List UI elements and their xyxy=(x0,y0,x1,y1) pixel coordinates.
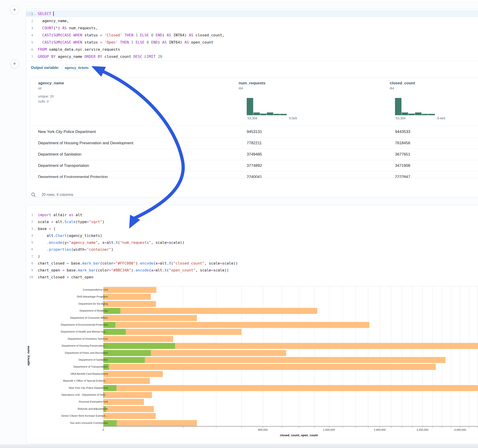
table-row[interactable]: Department of Housing Preservation and D… xyxy=(30,137,478,149)
table-cell: 3774892 xyxy=(247,163,262,168)
column-meta: unique: 20 nulls: 0 xyxy=(38,94,236,104)
sql-code-editor[interactable]: 1⌄SELECT 2 agency_name,3 COUNT(*) AS num… xyxy=(26,9,478,60)
gridline xyxy=(299,286,299,426)
y-axis-label: Department of Homeless Services xyxy=(32,337,108,340)
histogram-bar xyxy=(280,114,287,115)
open_count-bar xyxy=(103,343,175,349)
code-line-6[interactable]: 6FROM sample_data.nyc.service_requests xyxy=(26,46,478,53)
closed_count-bar xyxy=(103,287,156,293)
bar-row-12 xyxy=(103,371,478,377)
table-cell: 7782211 xyxy=(247,141,262,145)
x-axis-tick xyxy=(343,427,343,428)
closed_count-bar xyxy=(103,413,156,419)
code-line-2[interactable]: 2 agency_name, xyxy=(26,17,478,25)
line-number: 3 xyxy=(26,26,33,30)
closed_count-bar xyxy=(103,385,478,391)
closed_count-bar xyxy=(103,406,154,412)
line-number: 2 xyxy=(26,19,33,23)
closed_count-bar xyxy=(103,294,151,300)
y-axis-tick xyxy=(102,318,103,318)
column-header-closed-count: closed_count i64 53,3049.4e6 xyxy=(390,78,478,90)
code-line-5[interactable]: 5 CAST(SUM(CASE WHEN status = 'Open' THE… xyxy=(26,39,478,46)
bar-row-4 xyxy=(103,315,478,321)
x-axis-tick xyxy=(451,427,451,428)
histogram-bar xyxy=(253,112,260,115)
y-axis-label: Department of Consumer Affairs xyxy=(32,316,108,319)
table-cell: 2240041 xyxy=(247,175,262,178)
y-axis-label: Department for the Aging xyxy=(32,302,108,305)
bar-row-19 xyxy=(103,420,478,426)
altair-bar-chart: agency_name 0800,0001,600,0002,400,0003,… xyxy=(26,205,478,444)
x-axis-tick xyxy=(412,427,413,428)
code-text: GROUP BY agency_name ORDER BY closed_cou… xyxy=(37,54,162,59)
column-header-agency-name: agency_name str unique: 20 nulls: 0 xyxy=(38,78,236,104)
y-axis-tick xyxy=(102,304,103,304)
closed_count-bar xyxy=(103,420,197,426)
y-axis-tick xyxy=(102,332,103,332)
y-axis-label: Taxi and Limousine Commission xyxy=(32,422,108,424)
y-axis-label: New York City Police Department xyxy=(32,386,108,389)
output-variable-input[interactable]: agency_tickets xyxy=(63,65,90,71)
x-axis-tick xyxy=(356,427,356,428)
gridline xyxy=(422,286,423,426)
table-cell: 2222847 xyxy=(395,175,410,178)
gridline xyxy=(282,286,282,426)
search-icon[interactable] xyxy=(31,192,36,197)
x-axis-tick-label: 4,000,000 xyxy=(454,428,466,431)
gridline xyxy=(216,286,216,426)
gridline xyxy=(432,286,433,426)
column-name: agency_name xyxy=(38,81,236,86)
table-cell: Department of Housing Preservation and D… xyxy=(38,141,133,145)
line-number: 1 xyxy=(26,12,33,16)
open_count-bar xyxy=(103,357,145,363)
code-line-4[interactable]: 4 CAST(SUM(CASE WHEN status = 'Closed' T… xyxy=(26,31,478,39)
y-axis-label: HRA Benefit Card Replacement xyxy=(32,372,108,375)
x-axis-tick xyxy=(216,427,216,428)
num-requests-histogram xyxy=(247,98,287,115)
bar-row-7 xyxy=(103,336,478,342)
code-text: agency_name, xyxy=(37,19,69,23)
fold-chevron-icon[interactable]: ⌄ xyxy=(33,12,37,15)
x-axis-tick xyxy=(478,427,478,428)
x-axis-tick-label: 800,000 xyxy=(258,428,268,431)
bar-row-1 xyxy=(103,294,478,300)
y-axis-label: Department of Housing Preservation … xyxy=(32,344,108,347)
column-type: str xyxy=(38,87,236,90)
y-axis-label: Department of Health and Mental Hyg… xyxy=(32,330,108,333)
previous-cell-bottom-edge xyxy=(26,0,478,2)
add-cell-button-output[interactable]: + xyxy=(10,59,19,68)
closed_count-bar xyxy=(103,364,436,370)
gridline xyxy=(356,286,356,426)
histogram-bar xyxy=(395,98,402,115)
table-row[interactable]: Department of Transportation377489234719… xyxy=(30,160,478,171)
add-cell-button-top[interactable]: + xyxy=(10,6,19,14)
bar-row-17 xyxy=(103,406,478,412)
y-axis-tick xyxy=(102,402,103,402)
closed_count-bar xyxy=(103,322,369,328)
x-axis-tick xyxy=(391,427,391,428)
gridline xyxy=(183,286,183,426)
histogram-range-labels: 53,3049.4e6 xyxy=(396,116,445,120)
bar-row-8 xyxy=(103,343,478,349)
code-line-1[interactable]: 1⌄SELECT xyxy=(26,10,478,17)
histogram-bar xyxy=(260,114,267,115)
table-cell: New York City Police Department xyxy=(38,130,96,134)
code-text: CAST(SUM(CASE WHEN status = 'Closed' THE… xyxy=(37,33,224,37)
sql-cell: 1⌄SELECT 2 agency_name,3 COUNT(*) AS num… xyxy=(26,9,478,197)
table-cell: 3471908 xyxy=(395,163,410,168)
closed_count-bar xyxy=(103,392,152,398)
histogram-bar xyxy=(422,114,428,115)
table-cell: Department of Sanitation xyxy=(38,152,82,157)
table-row[interactable]: Department of Environmental Protection22… xyxy=(30,171,478,178)
x-axis-tick xyxy=(442,427,442,428)
x-axis-tick xyxy=(299,427,299,428)
table-row[interactable]: New York City Police Department945313194… xyxy=(30,126,478,137)
x-axis-tick-label: 3,200,000 xyxy=(416,428,428,431)
bar-row-10 xyxy=(103,357,478,363)
gridline xyxy=(380,286,380,426)
code-line-7[interactable]: 7GROUP BY agency_name ORDER BY closed_co… xyxy=(26,53,478,60)
code-line-3[interactable]: 3 COUNT(*) AS num_requests, xyxy=(26,25,478,31)
gridline xyxy=(442,286,442,426)
table-row[interactable]: Department of Sanitation37494853677651 xyxy=(30,149,478,160)
x-axis-tick xyxy=(368,427,368,428)
